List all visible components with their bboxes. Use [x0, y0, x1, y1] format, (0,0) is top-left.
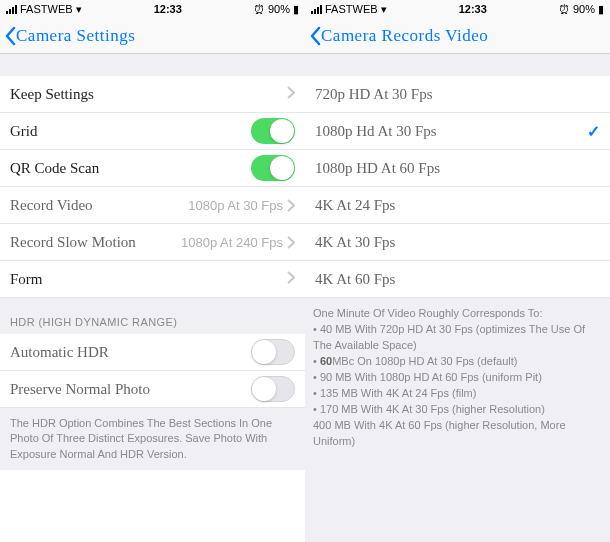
row-label: Grid	[10, 123, 38, 140]
video-option-1080p-60[interactable]: 1080p HD At 60 Fps	[305, 150, 610, 187]
nav-title: Camera Records Video	[321, 26, 488, 46]
chevron-right-icon	[287, 270, 295, 288]
row-label: Form	[10, 271, 43, 288]
chevron-right-icon	[287, 85, 295, 103]
automatic-hdr-toggle[interactable]	[251, 339, 295, 365]
option-label: 4K At 30 Fps	[315, 234, 395, 251]
wifi-icon: ▾︎	[76, 3, 82, 16]
hdr-section-header: HDR (HIGH DYNAMIC RANGE)	[0, 298, 305, 334]
video-size-info: One Minute Of Video Roughly Corresponds …	[305, 298, 610, 542]
record-slow-motion-row[interactable]: Record Slow Motion 1080p At 240 Fps	[0, 224, 305, 261]
signal-icon	[311, 4, 322, 14]
grid-row: Grid	[0, 113, 305, 150]
alarm-icon: ⏰︎	[559, 3, 570, 15]
grid-toggle[interactable]	[251, 118, 295, 144]
video-record-pane: FASTWEB ▾︎ 12:33 ⏰︎ 90% ▮︎ Camera Record…	[305, 0, 610, 542]
qr-toggle[interactable]	[251, 155, 295, 181]
qr-scan-row: QR Code Scan	[0, 150, 305, 187]
option-label: 1080p HD At 60 Fps	[315, 160, 440, 177]
clock-label: 12:33	[154, 3, 182, 15]
option-label: 1080p Hd At 30 Fps	[315, 123, 437, 140]
carrier-label: FASTWEB	[20, 3, 73, 15]
option-label: 4K At 24 Fps	[315, 197, 395, 214]
keep-settings-row[interactable]: Keep Settings	[0, 76, 305, 113]
status-bar: FASTWEB ▾︎ 12:33 ⏰︎ 90% ▮︎	[305, 0, 610, 18]
row-label: Record Video	[10, 197, 93, 214]
settings-pane: FASTWEB ▾︎ 12:33 ⏰︎ 90% ▮︎ Camera Settin…	[0, 0, 305, 542]
hdr-list: Automatic HDR Preserve Normal Photo	[0, 334, 305, 408]
chevron-right-icon	[287, 199, 295, 212]
preserve-photo-toggle[interactable]	[251, 376, 295, 402]
status-bar: FASTWEB ▾︎ 12:33 ⏰︎ 90% ▮︎	[0, 0, 305, 18]
row-value: 1080p At 240 Fps	[181, 235, 295, 250]
row-label: Preserve Normal Photo	[10, 381, 150, 398]
checkmark-icon: ✓	[587, 122, 600, 141]
video-options-list: 720p HD At 30 Fps 1080p Hd At 30 Fps ✓ 1…	[305, 76, 610, 298]
video-option-4k-24[interactable]: 4K At 24 Fps	[305, 187, 610, 224]
back-button[interactable]: Camera Settings	[4, 26, 135, 46]
battery-icon: ▮︎	[598, 3, 604, 16]
form-row[interactable]: Form	[0, 261, 305, 298]
signal-icon	[6, 4, 17, 14]
chevron-right-icon	[287, 236, 295, 249]
video-option-4k-30[interactable]: 4K At 30 Fps	[305, 224, 610, 261]
record-video-row[interactable]: Record Video 1080p At 30 Fps	[0, 187, 305, 224]
row-label: Automatic HDR	[10, 344, 109, 361]
row-value: 1080p At 30 Fps	[188, 198, 295, 213]
automatic-hdr-row: Automatic HDR	[0, 334, 305, 371]
settings-list: Keep Settings Grid QR Code Scan Record V…	[0, 76, 305, 298]
back-button[interactable]: Camera Records Video	[309, 26, 488, 46]
chevron-left-icon	[4, 26, 16, 46]
row-label: Record Slow Motion	[10, 234, 136, 251]
battery-percent: 90%	[573, 3, 595, 15]
video-option-720p-30[interactable]: 720p HD At 30 Fps	[305, 76, 610, 113]
nav-title: Camera Settings	[16, 26, 135, 46]
wifi-icon: ▾︎	[381, 3, 387, 16]
preserve-photo-row: Preserve Normal Photo	[0, 371, 305, 408]
clock-label: 12:33	[459, 3, 487, 15]
battery-icon: ▮︎	[293, 3, 299, 16]
hdr-footer-text: The HDR Option Combines The Best Section…	[0, 408, 305, 470]
carrier-label: FASTWEB	[325, 3, 378, 15]
nav-bar: Camera Settings	[0, 18, 305, 54]
row-label: QR Code Scan	[10, 160, 99, 177]
section-spacer	[305, 54, 610, 76]
row-label: Keep Settings	[10, 86, 94, 103]
video-option-4k-60[interactable]: 4K At 60 Fps	[305, 261, 610, 298]
option-label: 720p HD At 30 Fps	[315, 86, 433, 103]
chevron-left-icon	[309, 26, 321, 46]
video-option-1080p-30[interactable]: 1080p Hd At 30 Fps ✓	[305, 113, 610, 150]
alarm-icon: ⏰︎	[254, 3, 265, 15]
battery-percent: 90%	[268, 3, 290, 15]
section-spacer	[0, 54, 305, 76]
option-label: 4K At 60 Fps	[315, 271, 395, 288]
nav-bar: Camera Records Video	[305, 18, 610, 54]
